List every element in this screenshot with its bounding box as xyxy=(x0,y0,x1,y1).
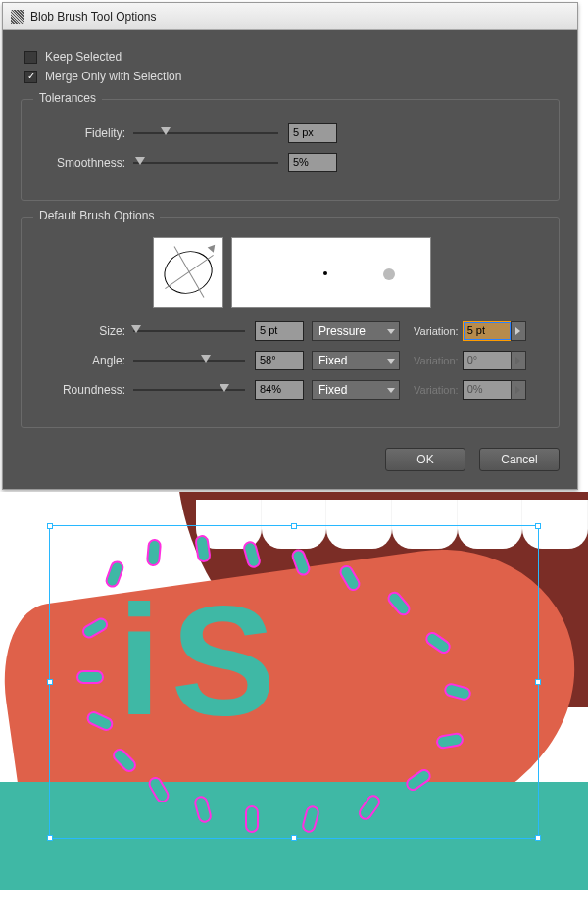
selection-handle[interactable] xyxy=(47,835,53,841)
angle-variation-stepper xyxy=(511,351,526,370)
smoothness-slider[interactable] xyxy=(133,156,278,170)
merge-only-label: Merge Only with Selection xyxy=(45,70,181,83)
angle-control-select[interactable]: Fixed xyxy=(312,351,400,370)
ok-button[interactable]: OK xyxy=(385,448,466,471)
fidelity-slider[interactable] xyxy=(133,126,278,140)
angle-value[interactable]: 58° xyxy=(255,351,304,370)
chevron-down-icon xyxy=(387,359,395,364)
selection-handle[interactable] xyxy=(291,523,297,529)
angle-variation-value: 0° xyxy=(463,351,512,370)
selection-handle[interactable] xyxy=(291,835,297,841)
size-slider[interactable] xyxy=(133,324,245,338)
canvas-artwork[interactable]: iS xyxy=(0,492,588,890)
blob-brush-options-dialog: Blob Brush Tool Options Keep Selected Me… xyxy=(2,2,578,490)
roundness-label: Roundness: xyxy=(35,383,125,397)
size-variation-label: Variation: xyxy=(414,325,459,337)
brush-previews xyxy=(153,237,545,308)
roundness-row: Roundness: 84% Fixed Variation: 0% xyxy=(35,380,545,400)
angle-row: Angle: 58° Fixed Variation: 0° xyxy=(35,351,545,370)
size-control-select[interactable]: Pressure xyxy=(312,321,400,341)
brush-options-legend: Default Brush Options xyxy=(33,209,160,222)
fidelity-label: Fidelity: xyxy=(35,126,125,140)
angle-variation-label: Variation: xyxy=(414,355,459,366)
dialog-buttons: OK Cancel xyxy=(21,448,560,471)
roundness-variation-label: Variation: xyxy=(414,384,459,396)
app-icon xyxy=(11,10,24,24)
window-title: Blob Brush Tool Options xyxy=(30,10,157,24)
keep-selected-checkbox[interactable] xyxy=(24,51,37,64)
chevron-down-icon xyxy=(387,329,395,334)
cancel-button[interactable]: Cancel xyxy=(479,448,560,471)
roundness-control-select[interactable]: Fixed xyxy=(312,380,400,400)
fidelity-row: Fidelity: 5 px xyxy=(35,123,545,143)
roundness-variation-value: 0% xyxy=(463,380,512,400)
smoothness-label: Smoothness: xyxy=(35,156,125,170)
roundness-control-label: Fixed xyxy=(318,383,347,397)
roundness-variation-stepper xyxy=(511,380,526,400)
stroke-preview xyxy=(231,237,431,308)
size-variation-value[interactable]: 5 pt xyxy=(463,321,512,341)
selection-handle[interactable] xyxy=(535,835,541,841)
tolerances-legend: Tolerances xyxy=(33,91,102,105)
roundness-value[interactable]: 84% xyxy=(255,380,304,400)
selection-handle[interactable] xyxy=(535,523,541,529)
fidelity-value[interactable]: 5 px xyxy=(288,123,337,143)
keep-selected-row[interactable]: Keep Selected xyxy=(24,50,560,64)
titlebar[interactable]: Blob Brush Tool Options xyxy=(3,3,577,30)
chevron-down-icon xyxy=(387,388,395,393)
selection-handle[interactable] xyxy=(47,679,53,685)
angle-preview[interactable] xyxy=(153,237,223,308)
angle-slider[interactable] xyxy=(133,354,245,367)
angle-control-label: Fixed xyxy=(318,354,347,367)
merge-only-row[interactable]: Merge Only with Selection xyxy=(24,70,560,83)
size-value[interactable]: 5 pt xyxy=(255,321,304,341)
size-control-label: Pressure xyxy=(318,324,366,338)
dialog-body: Keep Selected Merge Only with Selection … xyxy=(3,30,577,489)
size-label: Size: xyxy=(35,324,125,338)
selection-bounding-box[interactable] xyxy=(49,525,539,839)
smoothness-row: Smoothness: 5% xyxy=(35,153,545,172)
brush-options-group: Default Brush Options Size: 5 xyxy=(21,217,560,428)
selection-handle[interactable] xyxy=(47,523,53,529)
selection-handle[interactable] xyxy=(535,679,541,685)
angle-label: Angle: xyxy=(35,354,125,367)
smoothness-value[interactable]: 5% xyxy=(288,153,337,172)
merge-only-checkbox[interactable] xyxy=(24,71,37,83)
size-row: Size: 5 pt Pressure Variation: 5 pt xyxy=(35,321,545,341)
keep-selected-label: Keep Selected xyxy=(45,50,122,64)
size-variation-stepper[interactable] xyxy=(511,321,526,341)
roundness-slider[interactable] xyxy=(133,383,245,397)
tolerances-group: Tolerances Fidelity: 5 px Smoothness: 5% xyxy=(21,99,560,201)
